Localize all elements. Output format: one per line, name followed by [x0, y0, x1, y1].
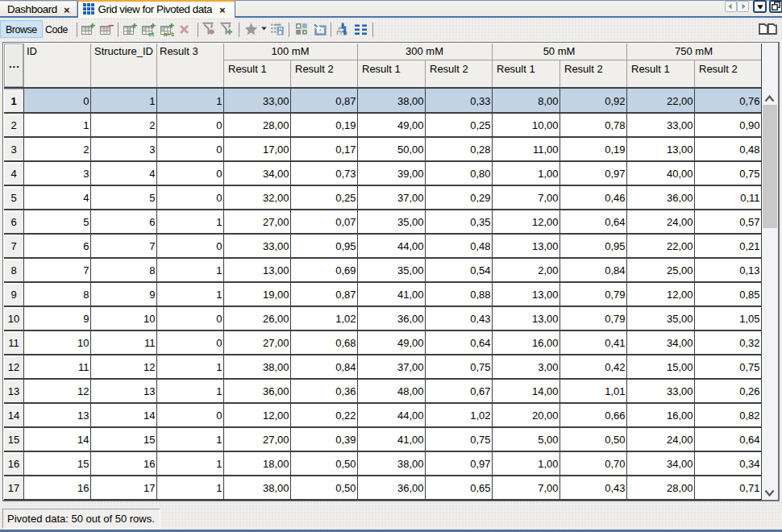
svg-text:ct: ct — [148, 31, 154, 37]
svg-text:b: b — [171, 31, 174, 37]
